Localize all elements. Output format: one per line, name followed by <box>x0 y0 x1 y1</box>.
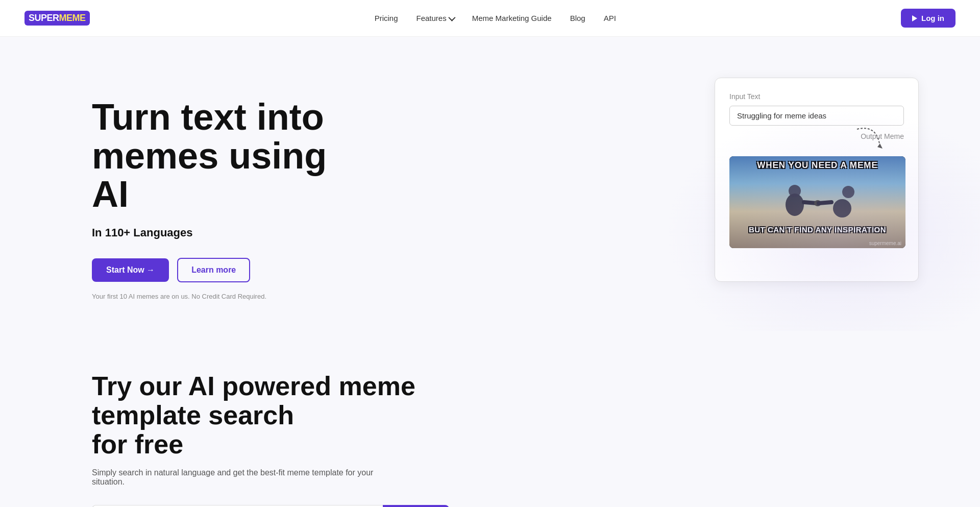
login-button[interactable]: Log in <box>901 9 955 28</box>
search-title-line2: for free <box>92 429 183 459</box>
start-now-button[interactable]: Start Now → <box>92 258 169 282</box>
nav-meme-guide[interactable]: Meme Marketing Guide <box>472 14 552 23</box>
search-title-text: Try our AI powered meme template search <box>92 371 415 430</box>
svg-point-7 <box>842 186 854 198</box>
nav-blog[interactable]: Blog <box>570 14 585 23</box>
login-label: Log in <box>921 14 944 22</box>
logo[interactable]: SUPER MEME <box>24 11 90 26</box>
svg-line-5 <box>819 202 831 203</box>
chevron-down-icon <box>448 14 455 21</box>
hero-title-line3: AI <box>92 174 129 214</box>
pricing-link[interactable]: Pricing <box>375 14 398 22</box>
meme-text-bottom: BUT CAN'T FIND ANY INSPIRATION <box>729 225 905 234</box>
logo-meme: MEME <box>59 13 86 23</box>
hero-buttons: Start Now → Learn more <box>92 258 327 282</box>
hero-title-line2: memes using <box>92 135 327 176</box>
output-label: Output Meme <box>861 132 904 140</box>
features-link[interactable]: Features <box>416 14 454 22</box>
demo-card: Input Text Struggling for meme ideas Out… <box>715 78 919 282</box>
nav-api[interactable]: API <box>604 14 616 23</box>
nav-pricing[interactable]: Pricing <box>375 14 398 23</box>
svg-point-6 <box>833 199 851 218</box>
search-bar: Search <box>92 505 449 507</box>
meme-image: WHEN YOU NEED A MEME <box>729 156 905 248</box>
nav-features[interactable]: Features <box>416 14 454 22</box>
learn-more-label: Learn more <box>191 265 236 274</box>
start-now-label: Start Now → <box>106 265 155 275</box>
hero-right: Input Text Struggling for meme ideas Out… <box>715 78 919 282</box>
search-title: Try our AI powered meme template search … <box>92 372 449 460</box>
hero-title: Turn text into memes using AI <box>92 98 327 214</box>
hero-title-line1: Turn text into <box>92 96 324 137</box>
send-icon <box>912 15 917 21</box>
api-link[interactable]: API <box>604 14 616 22</box>
meme-guide-link[interactable]: Meme Marketing Guide <box>472 14 552 22</box>
meme-watermark: supermeme.ai <box>869 240 901 246</box>
svg-point-2 <box>789 185 801 197</box>
navbar: SUPER MEME Pricing Features Meme Marketi… <box>0 0 980 37</box>
search-button[interactable]: Search <box>383 505 449 507</box>
learn-more-button[interactable]: Learn more <box>177 258 250 282</box>
search-subtitle: Simply search in natural language and ge… <box>92 468 378 487</box>
nav-links: Pricing Features Meme Marketing Guide Bl… <box>375 14 616 23</box>
meme-figures-icon <box>767 177 869 228</box>
logo-super: SUPER <box>29 13 59 23</box>
svg-marker-0 <box>877 143 883 149</box>
hero-note: Your first 10 AI memes are on us. No Cre… <box>92 293 327 300</box>
hero-left: Turn text into memes using AI In 110+ La… <box>92 78 327 300</box>
input-label: Input Text <box>729 92 904 101</box>
arrow-curve-icon <box>847 119 888 162</box>
search-section: Try our AI powered meme template search … <box>0 331 980 507</box>
search-input[interactable] <box>92 505 383 507</box>
main-content: Turn text into memes using AI In 110+ La… <box>0 0 980 507</box>
meme-bg: WHEN YOU NEED A MEME <box>729 156 905 248</box>
hero-subtitle: In 110+ Languages <box>92 226 327 239</box>
blog-link[interactable]: Blog <box>570 14 585 22</box>
hero-section: Turn text into memes using AI In 110+ La… <box>0 37 980 331</box>
meme-text-top: WHEN YOU NEED A MEME <box>729 160 905 171</box>
